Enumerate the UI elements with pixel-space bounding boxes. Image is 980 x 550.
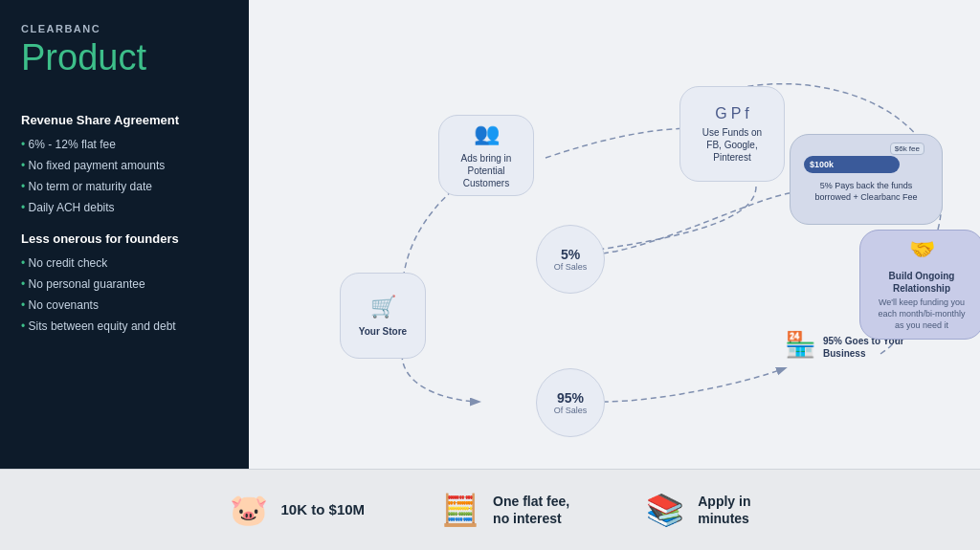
platform-icons: G P f xyxy=(715,105,749,122)
ads-node: 👥 Ads bring in Potential Customers xyxy=(438,115,534,196)
stat-apply: 📚 Apply in minutes xyxy=(646,492,750,528)
use-funds-label: Use Funds on FB, Google, Pinterest xyxy=(702,126,762,164)
list-item: No term or maturity date xyxy=(21,176,228,197)
piggy-bank-icon: 🐷 xyxy=(230,492,268,528)
payback-label: 5% Pays back the funds borrowed + Clearb… xyxy=(815,181,918,203)
section1-list: 6% - 12% flat fee No fixed payment amoun… xyxy=(21,134,228,218)
list-item: No personal guarantee xyxy=(21,274,228,295)
brand-label: CLEARBANC xyxy=(21,23,228,34)
your-store-label: Your Store xyxy=(359,325,407,338)
ninetyfive-pct-sub: Of Sales xyxy=(554,406,588,415)
handshake-icon: 🤝 xyxy=(909,237,935,262)
five-pct-text: 5% xyxy=(561,247,580,262)
stat-funding: 🐷 10K to $10M xyxy=(230,492,366,528)
layers-icon: 📚 xyxy=(646,492,684,528)
ninetyfive-pct-text: 95% xyxy=(557,390,584,406)
list-item: 6% - 12% flat fee xyxy=(21,134,228,155)
flat-fee-text: One flat fee, no interest xyxy=(493,493,569,527)
funding-node: $6k fee $100k 5% Pays back the funds bor… xyxy=(790,134,943,225)
list-item: Daily ACH debits xyxy=(21,197,228,218)
relationship-sub: We'll keep funding you each month/bi-mon… xyxy=(878,297,965,331)
ninetyfive-pct-node: 95% Of Sales xyxy=(536,368,605,437)
funding-range-text: 10K to $10M xyxy=(281,501,366,518)
section2-title: Less onerous for founders xyxy=(21,231,228,246)
people-icon: 👥 xyxy=(474,121,500,146)
google-icon: G xyxy=(715,105,726,122)
apply-text: Apply in minutes xyxy=(698,493,750,527)
relationship-title: Build Ongoing Relationship xyxy=(874,270,969,295)
five-pct-node: 5% Of Sales xyxy=(536,225,605,294)
five-pct-sub: Of Sales xyxy=(554,262,588,272)
store-icon: 🛒 xyxy=(370,295,396,319)
section2-list: No credit check No personal guarantee No… xyxy=(21,253,228,337)
facebook-icon: f xyxy=(745,105,748,122)
calculator-icon: 🧮 xyxy=(441,492,479,528)
pinterest-icon: P xyxy=(731,105,742,122)
page-title: Product xyxy=(21,38,228,78)
diagram-area: 🛒 Your Store 👥 Ads bring in Potential Cu… xyxy=(249,0,980,469)
list-item: No fixed payment amounts xyxy=(21,155,228,176)
funding-bar: $100k xyxy=(804,156,900,173)
relationship-node: 🤝 Build Ongoing Relationship We'll keep … xyxy=(859,230,980,340)
list-item: No covenants xyxy=(21,295,228,316)
ads-label: Ads bring in Potential Customers xyxy=(461,152,512,189)
use-funds-node: G P f Use Funds on FB, Google, Pinterest xyxy=(679,86,785,182)
your-store-node: 🛒 Your Store xyxy=(340,273,426,359)
list-item: Sits between equity and debt xyxy=(21,316,228,337)
stat-flat-fee: 🧮 One flat fee, no interest xyxy=(441,492,569,528)
list-item: No credit check xyxy=(21,253,228,274)
section1-title: Revenue Share Agreement xyxy=(21,113,228,127)
stats-bar: 🐷 10K to $10M 🧮 One flat fee, no interes… xyxy=(0,469,980,550)
funding-amount: $100k xyxy=(810,160,834,169)
sidebar: CLEARBANC Product Revenue Share Agreemen… xyxy=(0,0,249,469)
business-icon: 🏪 xyxy=(785,330,815,360)
fee-badge: $6k fee xyxy=(890,143,924,155)
